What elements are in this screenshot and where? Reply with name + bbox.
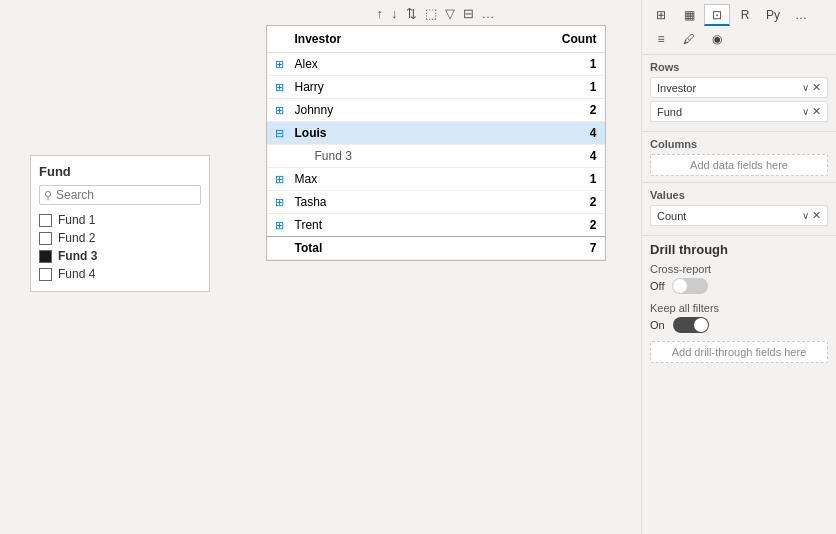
total-row: Total 7 xyxy=(267,237,605,260)
table-row[interactable]: ⊞ Harry 1 xyxy=(267,76,605,99)
cross-report-label: Cross-report xyxy=(650,263,828,275)
col-investor-header: Investor xyxy=(287,26,475,53)
right-top-icons: ⊞ ▦ ⊡ R Py … ≡ 🖊 ◉ xyxy=(642,0,836,55)
sort-both-icon[interactable]: ⇅ xyxy=(406,6,417,21)
col-expand-header xyxy=(267,26,287,53)
columns-section: Columns Add data fields here xyxy=(642,132,836,183)
values-section: Values Count ∨ ✕ xyxy=(642,183,836,236)
total-count: 7 xyxy=(475,237,605,260)
count-value: 2 xyxy=(475,191,605,214)
table-row[interactable]: ⊞ Trent 2 xyxy=(267,214,605,237)
drill-section: Drill through Cross-report Off Keep all … xyxy=(642,236,836,369)
count-field-pill[interactable]: Count ∨ ✕ xyxy=(650,205,828,226)
table-icon[interactable]: ⊟ xyxy=(463,6,474,21)
fund-pill-label: Fund xyxy=(657,106,682,118)
fund-item-4[interactable]: Fund 4 xyxy=(39,265,201,283)
expand-btn[interactable]: ⊞ xyxy=(267,76,287,99)
icon-chart-btn[interactable]: ◉ xyxy=(704,28,730,50)
columns-section-title: Columns xyxy=(650,138,828,150)
expand-btn[interactable]: ⊞ xyxy=(267,214,287,237)
rows-section-title: Rows xyxy=(650,61,828,73)
count-value: 2 xyxy=(475,99,605,122)
expand-btn[interactable]: ⊞ xyxy=(267,99,287,122)
table-row[interactable]: ⊞ Alex 1 xyxy=(267,53,605,76)
fund-close-icon[interactable]: ✕ xyxy=(812,105,821,118)
fund-pill-actions: ∨ ✕ xyxy=(802,105,821,118)
count-value: 1 xyxy=(475,53,605,76)
table-wrapper: Investor Count ⊞ Alex 1 ⊞ Harry 1 xyxy=(266,25,606,261)
icon-rows-btn[interactable]: ≡ xyxy=(648,28,674,50)
data-table: Investor Count ⊞ Alex 1 ⊞ Harry 1 xyxy=(267,26,605,260)
fund-label-4: Fund 4 xyxy=(58,267,95,281)
investor-field-pill[interactable]: Investor ∨ ✕ xyxy=(650,77,828,98)
cross-report-toggle[interactable] xyxy=(672,278,708,294)
icon-active-btn[interactable]: ⊡ xyxy=(704,4,730,26)
expand-btn[interactable]: ⊞ xyxy=(267,53,287,76)
values-section-title: Values xyxy=(650,189,828,201)
fund-filter-title: Fund xyxy=(39,164,201,179)
col-count-header: Count xyxy=(475,26,605,53)
table-row-expanded[interactable]: ⊟ Louis 4 xyxy=(267,122,605,145)
investor-chevron-icon[interactable]: ∨ xyxy=(802,82,809,93)
collapse-btn[interactable]: ⊟ xyxy=(267,122,287,145)
search-icon: ⚲ xyxy=(44,189,52,202)
keep-filters-on-label: On xyxy=(650,319,665,331)
icon-more-btn[interactable]: … xyxy=(788,4,814,26)
fund-item-1[interactable]: Fund 1 xyxy=(39,211,201,229)
investor-name: Max xyxy=(287,168,475,191)
count-value: 1 xyxy=(475,76,605,99)
more-icon[interactable]: … xyxy=(482,6,495,21)
sort-asc-icon[interactable]: ↑ xyxy=(377,6,384,21)
left-panel: Fund ⚲ Fund 1 Fund 2 Fund 3 Fund 4 xyxy=(0,0,230,534)
investor-name: Harry xyxy=(287,76,475,99)
fund-item-3[interactable]: Fund 3 xyxy=(39,247,201,265)
count-chevron-icon[interactable]: ∨ xyxy=(802,210,809,221)
fund-label-1: Fund 1 xyxy=(58,213,95,227)
investor-close-icon[interactable]: ✕ xyxy=(812,81,821,94)
table-row[interactable]: ⊞ Johnny 2 xyxy=(267,99,605,122)
icon-r-btn[interactable]: R xyxy=(732,4,758,26)
fund-search-input[interactable] xyxy=(56,188,196,202)
drill-add-area[interactable]: Add drill-through fields here xyxy=(650,341,828,363)
fund-item-2[interactable]: Fund 2 xyxy=(39,229,201,247)
fund-filter-box: Fund ⚲ Fund 1 Fund 2 Fund 3 Fund 4 xyxy=(30,155,210,292)
fund-checkbox-3[interactable] xyxy=(39,250,52,263)
columns-add-area[interactable]: Add data fields here xyxy=(650,154,828,176)
investor-name: Johnny xyxy=(287,99,475,122)
drill-title: Drill through xyxy=(650,242,828,257)
count-close-icon[interactable]: ✕ xyxy=(812,209,821,222)
center-panel: ↑ ↓ ⇅ ⬚ ▽ ⊟ … Investor Count ⊞ Alex 1 xyxy=(230,0,641,534)
table-row[interactable]: ⊞ Tasha 2 xyxy=(267,191,605,214)
child-name: Fund 3 xyxy=(287,145,475,168)
fund-chevron-icon[interactable]: ∨ xyxy=(802,106,809,117)
expand-icon[interactable]: ⬚ xyxy=(425,6,437,21)
icon-py-btn[interactable]: Py xyxy=(760,4,786,26)
fund-label-2: Fund 2 xyxy=(58,231,95,245)
table-row-child[interactable]: Fund 3 4 xyxy=(267,145,605,168)
investor-pill-label: Investor xyxy=(657,82,696,94)
count-value: 4 xyxy=(475,145,605,168)
fund-search-wrap: ⚲ xyxy=(39,185,201,205)
rows-section: Rows Investor ∨ ✕ Fund ∨ ✕ xyxy=(642,55,836,132)
expand-btn[interactable]: ⊞ xyxy=(267,168,287,191)
investor-name: Trent xyxy=(287,214,475,237)
fund-field-pill[interactable]: Fund ∨ ✕ xyxy=(650,101,828,122)
sort-desc-icon[interactable]: ↓ xyxy=(391,6,398,21)
total-label: Total xyxy=(287,237,475,260)
cross-report-toggle-row: Off xyxy=(650,278,828,294)
filter-icon[interactable]: ▽ xyxy=(445,6,455,21)
keep-filters-thumb xyxy=(694,318,708,332)
investor-pill-actions: ∨ ✕ xyxy=(802,81,821,94)
investor-name: Louis xyxy=(287,122,475,145)
icon-table-btn[interactable]: ⊞ xyxy=(648,4,674,26)
fund-checkbox-4[interactable] xyxy=(39,268,52,281)
expand-btn[interactable]: ⊞ xyxy=(267,191,287,214)
fund-checkbox-2[interactable] xyxy=(39,232,52,245)
fund-checkbox-1[interactable] xyxy=(39,214,52,227)
keep-filters-toggle[interactable] xyxy=(673,317,709,333)
total-expand xyxy=(267,237,287,260)
table-row[interactable]: ⊞ Max 1 xyxy=(267,168,605,191)
icon-bar-btn[interactable]: ▦ xyxy=(676,4,702,26)
count-value: 1 xyxy=(475,168,605,191)
icon-format-btn[interactable]: 🖊 xyxy=(676,28,702,50)
